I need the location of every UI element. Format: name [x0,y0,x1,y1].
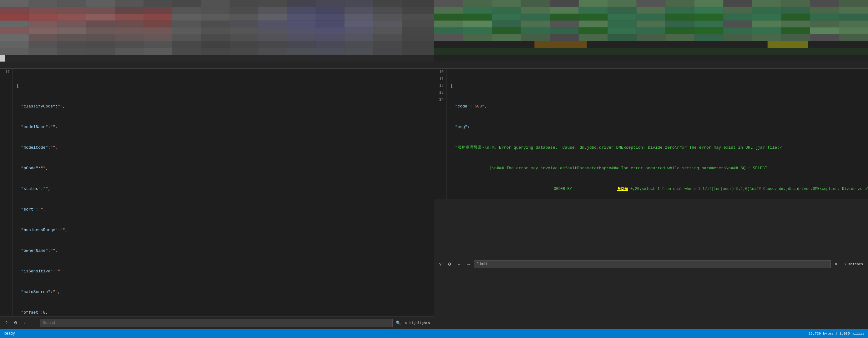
svg-rect-181 [810,21,839,28]
svg-rect-214 [534,41,587,48]
svg-rect-163 [723,14,752,21]
right-heatmap [434,0,868,69]
right-prev-button[interactable]: ← [455,261,463,268]
svg-rect-148 [723,7,752,14]
svg-rect-191 [665,28,694,34]
svg-rect-76 [29,34,58,41]
svg-rect-183 [434,28,463,34]
svg-rect-104 [402,41,434,48]
svg-rect-9 [258,0,287,7]
svg-rect-17 [58,7,86,14]
svg-rect-40 [287,14,316,21]
svg-rect-123 [434,0,463,7]
left-search-bar: ? ⚙ ← → 🔍 0 highlights [0,316,434,329]
right-gear-button[interactable]: ⚙ [446,261,454,268]
svg-rect-219 [434,62,868,68]
svg-rect-77 [58,34,86,41]
svg-rect-173 [579,21,608,28]
svg-rect-32 [58,14,86,21]
left-code-area: 17 { "classifyCode":"", [0,69,434,316]
svg-rect-94 [115,41,144,48]
svg-rect-198 [434,34,463,41]
svg-rect-140 [492,7,521,14]
svg-rect-194 [752,28,781,34]
svg-rect-79 [115,34,144,41]
svg-rect-166 [810,14,839,21]
svg-rect-124 [463,0,492,7]
left-line-numbers: 17 [0,69,12,316]
svg-rect-50 [144,21,172,28]
status-right: 19,739 bytes | 1,035 millis [809,332,864,336]
svg-rect-218 [434,55,868,62]
status-left: Ready [4,332,15,336]
right-line-numbers: 10 11 12 13 14 [434,69,446,199]
left-search-button[interactable]: 🔍 [395,319,402,327]
right-help-button[interactable]: ? [436,261,444,268]
svg-rect-132 [694,0,723,7]
svg-rect-147 [694,7,723,14]
right-search-clear-button[interactable]: ✕ [833,261,840,268]
svg-rect-172 [550,21,579,28]
svg-rect-44 [402,14,434,21]
svg-rect-109 [115,48,144,55]
svg-rect-200 [492,34,521,41]
svg-rect-65 [144,28,172,34]
svg-rect-63 [86,28,115,34]
svg-rect-126 [521,0,550,7]
svg-rect-52 [201,21,230,28]
svg-rect-89 [402,34,434,41]
svg-rect-67 [201,28,230,34]
svg-rect-24 [258,7,287,14]
svg-rect-98 [229,41,258,48]
svg-rect-8 [229,0,258,7]
svg-rect-99 [258,41,287,48]
svg-rect-0 [0,0,29,7]
svg-rect-3 [86,0,115,7]
left-prev-button[interactable]: ← [21,319,29,327]
left-next-button[interactable]: → [31,319,38,327]
svg-rect-66 [172,28,201,34]
svg-rect-152 [839,7,868,14]
left-help-button[interactable]: ? [2,319,10,327]
svg-rect-144 [608,7,637,14]
svg-rect-15 [0,7,29,14]
svg-rect-20 [144,7,172,14]
svg-rect-179 [752,21,781,28]
svg-rect-106 [29,48,58,55]
bytes-info: 19,739 bytes | 1,035 millis [809,332,864,336]
svg-rect-97 [201,41,230,48]
svg-rect-146 [665,7,694,14]
svg-rect-177 [694,21,723,28]
ready-status: Ready [4,332,15,336]
svg-rect-178 [723,21,752,28]
right-search-input[interactable] [474,260,831,268]
svg-rect-133 [723,0,752,7]
svg-rect-59 [402,21,434,28]
svg-rect-185 [492,28,521,34]
svg-rect-211 [810,34,839,41]
svg-rect-45 [0,21,29,28]
svg-rect-210 [781,34,810,41]
svg-rect-175 [637,21,666,28]
svg-rect-101 [316,41,345,48]
svg-rect-168 [434,21,463,28]
svg-rect-105 [0,48,29,55]
svg-rect-176 [665,21,694,28]
svg-rect-11 [316,0,345,7]
svg-rect-51 [172,21,201,28]
svg-rect-112 [201,48,230,55]
svg-rect-21 [172,7,201,14]
right-next-button[interactable]: → [465,261,472,268]
svg-rect-42 [344,14,373,21]
svg-rect-120 [0,55,434,62]
left-search-input[interactable] [40,319,393,327]
svg-rect-72 [344,28,373,34]
svg-rect-57 [344,21,373,28]
svg-rect-13 [373,0,402,7]
svg-rect-18 [86,7,115,14]
svg-rect-54 [258,21,287,28]
svg-rect-41 [316,14,345,21]
svg-rect-19 [115,7,144,14]
svg-rect-121 [0,55,5,62]
left-gear-button[interactable]: ⚙ [12,319,20,327]
